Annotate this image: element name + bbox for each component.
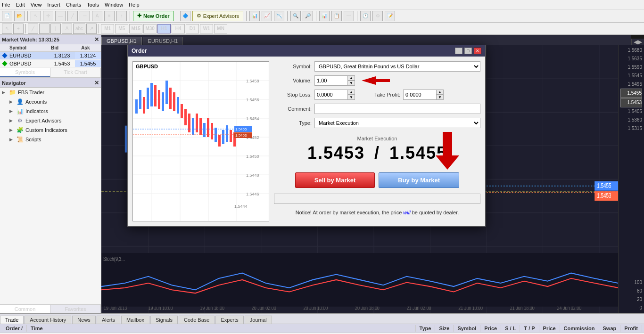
menu-edit[interactable]: Edit	[16, 2, 25, 8]
text-tool-btn[interactable]: A	[62, 24, 72, 34]
nav-scripts[interactable]: ▶ 📜 Scripts	[0, 135, 101, 144]
modal-close[interactable]: ✕	[474, 48, 481, 54]
bar-btn[interactable]: 📋	[331, 11, 342, 21]
mw-row-gbpusd[interactable]: GBPUSD 1.5453 1.5455	[0, 60, 101, 68]
sl-down[interactable]: ▼	[347, 95, 355, 100]
tf-m5[interactable]: M5	[115, 24, 128, 33]
tab-symbols[interactable]: Symbols	[0, 68, 50, 77]
nav-expert-advisors[interactable]: ▶ ⚙ Expert Advisors	[0, 116, 101, 125]
nav-fbs-trader[interactable]: ▶ 📁 FBS Trader	[0, 88, 101, 97]
chart-scroll-right[interactable]: ▶	[638, 39, 642, 45]
market-watch-tabs: Symbols Tick Chart	[0, 68, 101, 78]
tf-h1[interactable]: H1	[157, 24, 171, 33]
line3-btn[interactable]: 〰	[344, 11, 354, 21]
tf-w1[interactable]: W1	[200, 24, 213, 33]
tf-m15[interactable]: M15	[129, 24, 142, 33]
comment-input[interactable]	[314, 104, 480, 114]
volume-up[interactable]: ▲	[347, 75, 355, 81]
chart-tab-gbpusd[interactable]: GBPUSD,H1	[101, 37, 142, 45]
modal-titlebar[interactable]: Order _ □ ✕	[128, 45, 485, 57]
volume-down[interactable]: ▼	[347, 81, 355, 86]
nav-accounts[interactable]: ▶ 👤 Accounts	[0, 97, 101, 106]
ea-icon-btn[interactable]: 🔷	[180, 11, 190, 21]
cursor-btn[interactable]: ↖	[31, 11, 41, 21]
menu-tools[interactable]: Tools	[87, 2, 99, 8]
candle-btn[interactable]: 📊	[319, 11, 330, 21]
navigator-close[interactable]: ✕	[94, 80, 99, 86]
chart-scroll-left[interactable]: ◀	[634, 39, 638, 45]
expert-advisors-button[interactable]: ⚙ Expert Advisors	[192, 11, 243, 21]
sl-input[interactable]	[314, 90, 347, 100]
tab-news[interactable]: News	[72, 316, 96, 324]
tf-mn[interactable]: MN	[214, 24, 227, 33]
text-btn[interactable]: A	[92, 11, 102, 21]
cross-btn[interactable]: +	[13, 24, 24, 34]
menu-help[interactable]: Help	[129, 2, 140, 8]
crosshair-btn[interactable]: ✛	[43, 11, 53, 21]
tab-common[interactable]: Common	[0, 305, 50, 313]
hline-tool-btn[interactable]: —	[39, 24, 50, 34]
tab-experts[interactable]: Experts	[215, 316, 243, 324]
arrow-btn[interactable]: ↑	[116, 11, 127, 21]
modal-minimize[interactable]: _	[455, 48, 462, 54]
tab-trade[interactable]: Trade	[0, 316, 24, 324]
tf-h4[interactable]: H4	[172, 24, 185, 33]
vline-tool-btn[interactable]: |	[50, 24, 61, 34]
sl-spinner: ▲ ▼	[314, 90, 355, 100]
hline-btn[interactable]: ─	[80, 11, 90, 21]
modal-content: GBPUSD 1.5458 1.5	[128, 57, 485, 226]
open-btn[interactable]: 📂	[14, 11, 25, 21]
fib-btn[interactable]: ≡	[104, 11, 115, 21]
tf-m30[interactable]: M30	[143, 24, 157, 33]
line-btn[interactable]: —	[55, 11, 66, 21]
template-btn[interactable]: 📝	[385, 11, 395, 21]
chart-tab-eurusd[interactable]: EURUSD,H1	[143, 37, 183, 45]
history-btn[interactable]: 📊	[249, 11, 260, 21]
nav-custom-indicators[interactable]: ▶ 🧩 Custom Indicators	[0, 125, 101, 135]
tab-journal[interactable]: Journal	[245, 316, 272, 324]
menu-insert[interactable]: Insert	[47, 2, 60, 8]
sl-label: Stop Loss:	[274, 92, 312, 98]
pointer-btn[interactable]: ↖	[2, 24, 12, 34]
type-select[interactable]: Market Execution	[314, 118, 480, 128]
new-order-button[interactable]: ✚ New Order	[133, 11, 174, 21]
line-tool-btn[interactable]: ╱	[28, 24, 38, 34]
tp-input[interactable]	[403, 90, 436, 100]
tp-up[interactable]: ▲	[436, 90, 444, 95]
history3-btn[interactable]: 📉	[274, 11, 284, 21]
menu-view[interactable]: View	[31, 2, 42, 8]
line2-btn[interactable]: ╱	[67, 11, 78, 21]
new-chart-btn[interactable]: 📄	[2, 11, 12, 21]
arrow-tool-btn[interactable]: ↗	[86, 24, 97, 34]
tf-m1[interactable]: M1	[101, 24, 114, 33]
zoom-out-btn[interactable]: 🔎	[303, 11, 313, 21]
zoom-in-btn[interactable]: 🔍	[290, 11, 301, 21]
menu-charts[interactable]: Charts	[66, 2, 81, 8]
tp-down[interactable]: ▼	[436, 95, 444, 100]
mw-row-eurusd[interactable]: EURUSD 1.3123 1.3124	[0, 52, 101, 60]
menu-file[interactable]: File	[2, 2, 10, 8]
tab-mailbox[interactable]: Mailbox	[121, 316, 149, 324]
settings-btn[interactable]: ⚙	[372, 11, 383, 21]
order-modal[interactable]: Order _ □ ✕ GBPUSD	[127, 45, 486, 227]
modal-maximize[interactable]: □	[464, 48, 472, 54]
abc-btn[interactable]: abc	[73, 24, 85, 34]
nav-indicators[interactable]: ▶ 📊 Indicators	[0, 106, 101, 116]
indicator-btn[interactable]: 🕐	[360, 11, 371, 21]
tab-favorites[interactable]: Favorites	[50, 305, 101, 313]
col-tp: T / P	[520, 325, 539, 332]
tab-signals[interactable]: Signals	[150, 316, 178, 324]
tab-tick-chart[interactable]: Tick Chart	[50, 68, 101, 77]
tab-code-base[interactable]: Code Base	[179, 316, 215, 324]
buy-by-market-button[interactable]: Buy by Market	[379, 172, 459, 188]
menu-window[interactable]: Window	[105, 2, 123, 8]
market-watch-close[interactable]: ✕	[94, 36, 99, 43]
symbol-select[interactable]: GBPUSD, Great Britain Pound vs US Dollar	[314, 61, 480, 72]
tf-d1[interactable]: D1	[186, 24, 199, 33]
sl-up[interactable]: ▲	[347, 90, 355, 95]
sell-by-market-button[interactable]: Sell by Market	[295, 172, 375, 188]
history2-btn[interactable]: 📈	[262, 11, 272, 21]
tab-account-history[interactable]: Account History	[25, 316, 71, 324]
tab-alerts[interactable]: Alerts	[97, 316, 120, 324]
volume-input[interactable]	[314, 75, 347, 86]
